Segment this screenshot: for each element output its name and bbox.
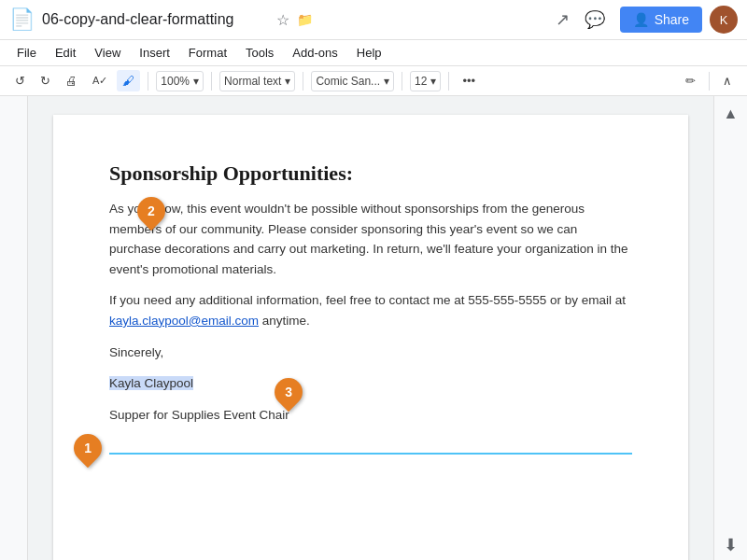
collapse-button[interactable]: ∧ (717, 70, 738, 91)
share-icon: 👤 (633, 12, 649, 27)
right-sidebar: ▲ ⬇ (713, 96, 747, 560)
menu-insert[interactable]: Insert (132, 42, 177, 63)
menu-bar: File Edit View Insert Format Tools Add-o… (0, 40, 747, 66)
undo-button[interactable]: ↺ (9, 70, 31, 91)
sidebar-download-icon[interactable]: ⬇ (724, 535, 738, 555)
para-2-start: If you need any additional information, … (109, 293, 626, 307)
print-button[interactable]: 🖨 (60, 70, 83, 91)
share-button[interactable]: 👤 Share (620, 7, 702, 33)
fontsize-value: 12 (415, 75, 427, 88)
style-dropdown-icon: ▾ (285, 75, 290, 88)
divider-5 (448, 72, 449, 91)
badge-1: 1 (68, 428, 107, 468)
menu-addons[interactable]: Add-ons (285, 42, 345, 63)
para-2-end: anytime. (259, 314, 310, 328)
font-value: Comic San... (316, 75, 380, 88)
edit-icon-button[interactable]: ✏ (680, 70, 701, 91)
menu-edit[interactable]: Edit (48, 42, 83, 63)
zoom-select[interactable]: 100% ▾ (156, 71, 204, 91)
spellcheck-button[interactable]: A✓ (87, 71, 113, 91)
doc-heading: Sponsorship Opportunities: (109, 161, 632, 186)
badge-2: 2 (132, 191, 171, 231)
zoom-dropdown-icon: ▾ (193, 75, 199, 88)
font-dropdown-icon: ▾ (384, 75, 389, 88)
doc-body: As you know, this event wouldn't be poss… (109, 199, 632, 425)
font-select[interactable]: Comic San... ▾ (311, 71, 394, 91)
style-select[interactable]: Normal text ▾ (219, 71, 295, 91)
share-label: Share (655, 12, 689, 27)
menu-view[interactable]: View (87, 42, 128, 63)
redo-button[interactable]: ↻ (35, 70, 56, 91)
fontsize-select[interactable]: 12 ▾ (410, 71, 441, 91)
badge-2-wrap: 2 (137, 197, 165, 225)
author-name-para: Kayla Claypool (109, 373, 632, 394)
doc-icon: 📄 (9, 7, 35, 32)
star-icon[interactable]: ☆ (276, 11, 289, 29)
toolbar: ↺ ↻ 🖨 A✓ 🖌 100% ▾ Normal text ▾ Comic Sa… (0, 66, 747, 96)
author-name: Kayla Claypool (109, 376, 193, 390)
menu-help[interactable]: Help (349, 42, 389, 63)
badge-1-wrap: 1 (74, 434, 102, 462)
zoom-value: 100% (161, 75, 190, 88)
fontsize-dropdown-icon: ▾ (430, 75, 436, 88)
folder-icon[interactable]: 📁 (297, 12, 313, 27)
main-area: 2 Sponsorship Opportunities: As you know… (0, 96, 747, 560)
comment-icon[interactable]: 💬 (585, 9, 605, 30)
left-ruler (0, 96, 28, 560)
sincerely: Sincerely, (109, 343, 632, 363)
style-value: Normal text (224, 75, 281, 88)
menu-file[interactable]: File (9, 42, 44, 63)
divider-4 (402, 72, 402, 91)
avatar[interactable]: K (710, 6, 738, 34)
author-title: Supper for Supplies Event Chair (109, 405, 632, 426)
more-button[interactable]: ••• (457, 70, 481, 91)
badge-3-wrap: 3 (275, 378, 303, 406)
divider-6 (709, 72, 710, 91)
para-1: As you know, this event wouldn't be poss… (109, 199, 632, 279)
divider-2 (211, 72, 212, 91)
menu-tools[interactable]: Tools (238, 42, 281, 63)
sidebar-up-icon[interactable]: ▲ (724, 105, 739, 122)
badge-3: 3 (269, 372, 308, 412)
divider-3 (303, 72, 303, 91)
divider-1 (148, 72, 148, 91)
email-link[interactable]: kayla.claypool@email.com (109, 314, 259, 328)
doc-title: 06-copy-and-clear-formatting (42, 11, 269, 28)
paint-format-button[interactable]: 🖌 (117, 70, 140, 91)
doc-divider (109, 453, 632, 455)
doc-page: 2 Sponsorship Opportunities: As you know… (53, 115, 688, 560)
title-bar: 📄 06-copy-and-clear-formatting ☆ 📁 ↗ 💬 👤… (0, 0, 747, 40)
document-area[interactable]: 2 Sponsorship Opportunities: As you know… (28, 96, 713, 560)
menu-format[interactable]: Format (181, 42, 234, 63)
trend-icon[interactable]: ↗ (556, 9, 570, 30)
para-2: If you need any additional information, … (109, 290, 632, 330)
